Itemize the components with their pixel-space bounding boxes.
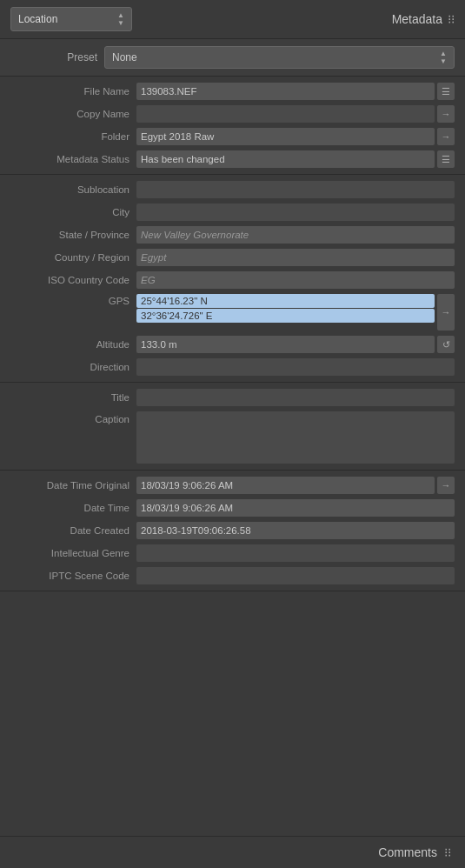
city-label: City <box>10 207 136 217</box>
gps-row: GPS 25°44'16.23" N 32°36'24.726" E → <box>0 291 465 333</box>
date-time-wrapper: 18/03/19 9:06:26 AM <box>136 499 455 517</box>
iso-country-label: ISO Country Code <box>10 275 136 285</box>
copy-name-input[interactable] <box>136 105 435 123</box>
date-time-original-btn[interactable]: → <box>437 477 455 494</box>
country-region-label: Country / Region <box>10 252 136 263</box>
metadata-header: Metadata ⁝⁝ <box>392 12 455 26</box>
intellectual-genre-label: Intellectual Genre <box>10 548 136 558</box>
metadata-options-icon[interactable]: ⁝⁝ <box>448 12 455 26</box>
copy-name-btn[interactable]: → <box>437 105 455 123</box>
intellectual-genre-wrapper <box>136 544 455 562</box>
gps-values: 25°44'16.23" N 32°36'24.726" E <box>136 294 435 324</box>
iptc-scene-wrapper <box>136 567 455 584</box>
file-name-label: File Name <box>10 86 136 97</box>
direction-label: Direction <box>10 362 136 372</box>
title-row: Title <box>0 386 465 409</box>
country-region-input[interactable] <box>136 249 455 266</box>
gps-btn[interactable]: → <box>437 294 455 331</box>
preset-value: None <box>112 51 137 63</box>
altitude-refresh-btn[interactable]: ↺ <box>437 336 455 353</box>
date-time-value: 18/03/19 9:06:26 AM <box>136 499 455 517</box>
date-time-original-value: 18/03/19 9:06:26 AM <box>136 477 435 494</box>
location-label: Location <box>18 13 57 25</box>
date-time-original-wrapper: 18/03/19 9:06:26 AM → <box>136 477 455 494</box>
preset-label: Preset <box>10 51 97 63</box>
sublocation-wrapper <box>136 181 455 198</box>
folder-btn[interactable]: → <box>437 128 455 145</box>
location-dropdown[interactable]: Location ▲ ▼ <box>10 7 132 31</box>
date-time-label: Date Time <box>10 503 136 513</box>
iso-country-wrapper <box>136 271 455 289</box>
direction-row: Direction <box>0 356 465 378</box>
preset-select[interactable]: None ▲▼ <box>104 46 455 69</box>
state-province-label: State / Province <box>10 230 136 240</box>
altitude-label: Altitude <box>10 339 136 350</box>
folder-row: Folder Egypt 2018 Raw → <box>0 125 465 148</box>
date-created-wrapper: 2018-03-19T09:06:26.58 <box>136 522 455 539</box>
sublocation-input[interactable] <box>136 181 455 198</box>
title-caption-section: Title Caption <box>0 383 465 471</box>
dates-section: Date Time Original 18/03/19 9:06:26 AM →… <box>0 471 465 591</box>
metadata-status-value: Has been changed <box>136 150 435 168</box>
sublocation-label: Sublocation <box>10 184 136 195</box>
location-section: Sublocation City State / Province Countr… <box>0 175 465 383</box>
gps-line1: 25°44'16.23" N <box>136 294 435 308</box>
comments-label: Comments <box>378 845 437 859</box>
iso-country-row: ISO Country Code <box>0 269 465 291</box>
date-created-value: 2018-03-19T09:06:26.58 <box>136 522 455 539</box>
iptc-scene-row: IPTC Scene Code <box>0 564 465 587</box>
iptc-scene-label: IPTC Scene Code <box>10 571 136 581</box>
date-time-original-label: Date Time Original <box>10 480 136 491</box>
file-name-value: 139083.NEF <box>136 83 435 100</box>
metadata-status-label: Metadata Status <box>10 154 136 164</box>
file-info-section: File Name 139083.NEF ☰ Copy Name → Folde… <box>0 77 465 175</box>
date-time-original-row: Date Time Original 18/03/19 9:06:26 AM → <box>0 474 465 497</box>
metadata-status-wrapper: Has been changed ☰ <box>136 150 455 168</box>
top-bar: Location ▲ ▼ Metadata ⁝⁝ <box>0 0 465 39</box>
footer-bar: Comments ⁝⁝ <box>0 836 465 868</box>
title-wrapper <box>136 389 455 406</box>
gps-label: GPS <box>10 294 136 306</box>
file-name-row: File Name 139083.NEF ☰ <box>0 80 465 103</box>
caption-row: Caption <box>0 409 465 466</box>
date-created-label: Date Created <box>10 525 136 536</box>
altitude-wrapper: 133.0 m ↺ <box>136 336 455 353</box>
metadata-status-btn[interactable]: ☰ <box>437 150 455 168</box>
preset-arrows: ▲▼ <box>440 50 447 65</box>
altitude-value: 133.0 m <box>136 336 435 353</box>
preset-row: Preset None ▲▼ <box>0 39 465 77</box>
direction-input[interactable] <box>136 358 455 376</box>
date-time-row: Date Time 18/03/19 9:06:26 AM <box>0 497 465 519</box>
title-label: Title <box>10 392 136 403</box>
altitude-row: Altitude 133.0 m ↺ <box>0 333 465 356</box>
caption-input[interactable] <box>136 411 455 464</box>
city-row: City <box>0 201 465 224</box>
comments-options-icon[interactable]: ⁝⁝ <box>444 845 451 859</box>
intellectual-genre-input[interactable] <box>136 544 455 562</box>
file-name-wrapper: 139083.NEF ☰ <box>136 83 455 100</box>
folder-label: Folder <box>10 131 136 142</box>
state-province-row: State / Province <box>0 224 465 246</box>
date-created-row: Date Created 2018-03-19T09:06:26.58 <box>0 519 465 542</box>
folder-wrapper: Egypt 2018 Raw → <box>136 128 455 145</box>
dropdown-arrows: ▲ ▼ <box>117 11 124 27</box>
caption-label: Caption <box>10 411 136 424</box>
copy-name-row: Copy Name → <box>0 103 465 125</box>
city-wrapper <box>136 204 455 221</box>
direction-wrapper <box>136 358 455 376</box>
country-region-wrapper <box>136 249 455 266</box>
iso-country-input[interactable] <box>136 271 455 289</box>
folder-value: Egypt 2018 Raw <box>136 128 435 145</box>
gps-line2: 32°36'24.726" E <box>136 309 435 323</box>
title-input[interactable] <box>136 389 455 406</box>
sublocation-row: Sublocation <box>0 178 465 201</box>
state-province-input[interactable] <box>136 226 455 244</box>
country-region-row: Country / Region <box>0 246 465 269</box>
intellectual-genre-row: Intellectual Genre <box>0 542 465 564</box>
iptc-scene-input[interactable] <box>136 567 455 584</box>
copy-name-wrapper: → <box>136 105 455 123</box>
metadata-status-row: Metadata Status Has been changed ☰ <box>0 148 465 170</box>
state-province-wrapper <box>136 226 455 244</box>
city-input[interactable] <box>136 204 455 221</box>
file-name-list-btn[interactable]: ☰ <box>437 83 455 100</box>
